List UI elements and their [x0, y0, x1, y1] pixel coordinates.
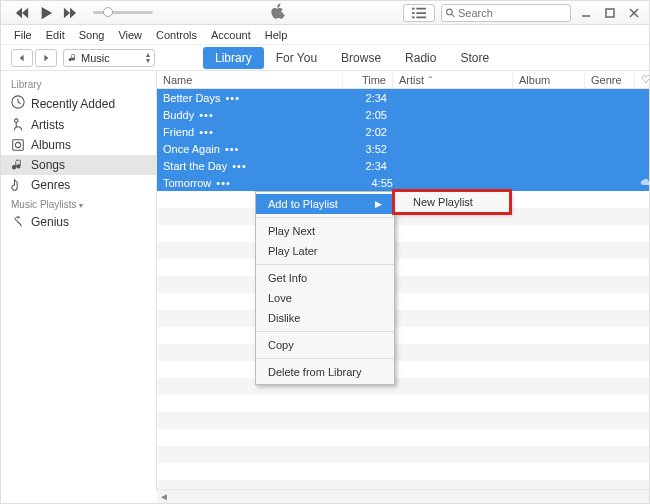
media-type-dropdown[interactable]: Music ▴▾ — [63, 49, 155, 67]
ctx-new-playlist[interactable]: New Playlist — [395, 192, 509, 212]
horizontal-scrollbar[interactable]: ◄ — [157, 489, 649, 503]
table-row[interactable]: Once Again•••3:52 — [157, 140, 650, 157]
sidebar-item-songs[interactable]: Songs — [1, 155, 156, 175]
sidebar-library-header: Library — [1, 75, 156, 92]
col-genre[interactable]: Genre — [585, 71, 635, 88]
menu-edit[interactable]: Edit — [39, 27, 72, 43]
menu-view[interactable]: View — [111, 27, 149, 43]
table-header: Name Time Artist⌃ Album Genre ♡ — [157, 71, 650, 89]
ctx-separator — [256, 217, 394, 218]
more-icon[interactable]: ••• — [216, 177, 231, 189]
back-button[interactable] — [11, 49, 33, 67]
table-row[interactable]: Better Days•••2:34 — [157, 89, 650, 106]
ctx-play-later[interactable]: Play Later — [256, 241, 394, 261]
sidebar-playlists-header[interactable]: Music Playlists — [1, 195, 156, 212]
search-icon — [446, 8, 455, 18]
forward-button[interactable] — [35, 49, 57, 67]
more-icon[interactable]: ••• — [199, 126, 214, 138]
sort-indicator-icon: ⌃ — [427, 75, 434, 84]
tab-store[interactable]: Store — [448, 47, 501, 69]
col-love[interactable]: ♡ — [635, 71, 650, 88]
svg-point-5 — [15, 142, 20, 147]
ctx-separator — [256, 264, 394, 265]
tab-radio[interactable]: Radio — [393, 47, 448, 69]
ctx-separator — [256, 358, 394, 359]
apple-logo-icon — [269, 3, 287, 23]
titlebar — [1, 1, 649, 25]
next-track-button[interactable] — [61, 4, 79, 22]
svg-rect-1 — [606, 9, 614, 17]
svg-rect-4 — [13, 140, 24, 151]
menu-song[interactable]: Song — [72, 27, 112, 43]
ctx-separator — [256, 331, 394, 332]
ctx-love[interactable]: Love — [256, 288, 394, 308]
col-time[interactable]: Time — [343, 71, 393, 88]
ctx-copy[interactable]: Copy — [256, 335, 394, 355]
menu-account[interactable]: Account — [204, 27, 258, 43]
table-row[interactable]: Friend•••2:02 — [157, 123, 650, 140]
maximize-button[interactable] — [601, 4, 619, 22]
more-icon[interactable]: ••• — [232, 160, 247, 172]
menu-controls[interactable]: Controls — [149, 27, 204, 43]
song-table: Name Time Artist⌃ Album Genre ♡ Better D… — [157, 71, 650, 491]
tab-browse[interactable]: Browse — [329, 47, 393, 69]
heart-icon: ♡ — [641, 73, 650, 86]
col-artist[interactable]: Artist⌃ — [393, 71, 513, 88]
sidebar-item-genius[interactable]: Genius — [1, 212, 156, 232]
table-row[interactable]: Start the Day•••2:34 — [157, 157, 650, 174]
col-name[interactable]: Name — [157, 71, 343, 88]
sidebar-item-recently-added[interactable]: Recently Added — [1, 92, 156, 115]
col-album[interactable]: Album — [513, 71, 585, 88]
volume-slider[interactable] — [93, 11, 153, 14]
minimize-button[interactable] — [577, 4, 595, 22]
more-icon[interactable]: ••• — [225, 92, 240, 104]
play-button[interactable] — [37, 4, 55, 22]
cloud-icon — [640, 176, 650, 190]
sidebar-item-albums[interactable]: Albums — [1, 135, 156, 155]
ctx-dislike[interactable]: Dislike — [256, 308, 394, 328]
menubar: File Edit Song View Controls Account Hel… — [1, 25, 649, 45]
svg-point-0 — [447, 9, 453, 15]
table-row[interactable]: Buddy•••2:05 — [157, 106, 650, 123]
ctx-play-next[interactable]: Play Next — [256, 221, 394, 241]
tab-library[interactable]: Library — [203, 47, 264, 69]
sidebar-item-genres[interactable]: Genres — [1, 175, 156, 195]
ctx-get-info[interactable]: Get Info — [256, 268, 394, 288]
prev-track-button[interactable] — [13, 4, 31, 22]
list-view-button[interactable] — [403, 4, 435, 22]
music-note-icon — [68, 53, 78, 63]
tab-for-you[interactable]: For You — [264, 47, 329, 69]
menu-file[interactable]: File — [7, 27, 39, 43]
toolbar: Music ▴▾ Library For You Browse Radio St… — [1, 45, 649, 71]
context-menu: Add to Playlist▶ Play Next Play Later Ge… — [255, 191, 395, 385]
sidebar-item-artists[interactable]: Artists — [1, 115, 156, 135]
ctx-delete[interactable]: Delete from Library — [256, 362, 394, 382]
ctx-add-to-playlist[interactable]: Add to Playlist▶ — [256, 194, 394, 214]
sidebar: Library Recently Added Artists Albums So… — [1, 71, 157, 491]
submenu-arrow-icon: ▶ — [375, 199, 382, 209]
search-input[interactable] — [441, 4, 571, 22]
menu-help[interactable]: Help — [258, 27, 295, 43]
close-button[interactable] — [625, 4, 643, 22]
more-icon[interactable]: ••• — [199, 109, 214, 121]
more-icon[interactable]: ••• — [225, 143, 240, 155]
table-row[interactable]: Tomorrow•••4:55 — [157, 174, 650, 191]
scroll-left-icon[interactable]: ◄ — [157, 491, 171, 502]
context-submenu: New Playlist — [394, 191, 510, 213]
svg-point-3 — [15, 119, 19, 123]
